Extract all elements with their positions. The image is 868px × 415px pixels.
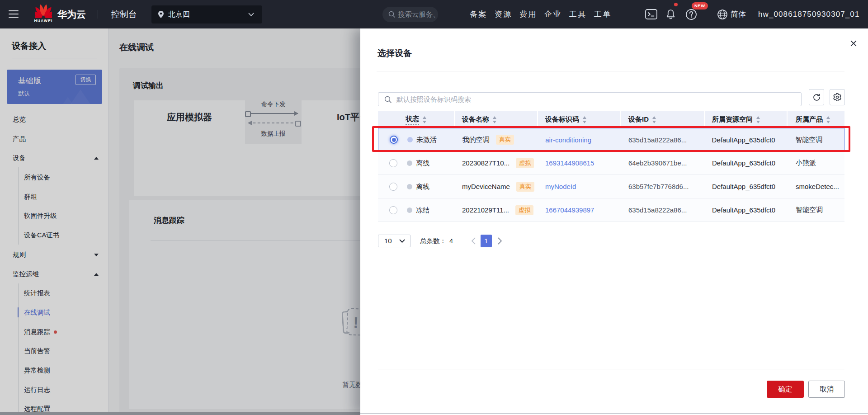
topbar-menu: 备案 资源 费用 企业 工具 工单 <box>470 0 619 28</box>
table-row[interactable]: 离线 myDeviceName真实 myNodeId 63b57fe7b7768… <box>378 175 844 198</box>
column-header-node-id[interactable]: 设备标识码 <box>538 111 621 128</box>
pagination: 10 总条数：4 1 <box>378 235 844 248</box>
topbar-divider <box>752 10 752 19</box>
resource-space: DefaultApp_635dfct0 <box>712 159 775 167</box>
select-device-drawer: 选择设备 状态 设备名称 设备标识码 <box>360 28 868 415</box>
footer-divider <box>378 369 844 369</box>
refresh-icon <box>812 93 821 102</box>
sort-icon[interactable] <box>493 116 497 123</box>
brand-name[interactable]: 华为云 <box>57 0 86 28</box>
menu-item-enterprise[interactable]: 企业 <box>544 9 562 19</box>
page-size-select[interactable]: 10 <box>378 235 410 247</box>
account-name[interactable]: hw_008618750930307_01 <box>758 0 859 28</box>
product-name: smokeDetec... <box>796 183 839 190</box>
node-id-link[interactable]: air-conditioning <box>545 136 591 144</box>
topbar: HUAWEI 华为云 控制台 北京四 备案 资源 费用 企业 工具 <box>0 0 868 28</box>
menu-item-beian[interactable]: 备案 <box>470 9 487 19</box>
status-dot <box>407 137 413 142</box>
radio-unselected[interactable] <box>389 183 397 191</box>
table-row[interactable]: 离线 20230827T10...虚拟 1693144908615 64eb2b… <box>378 151 844 175</box>
resource-space: DefaultApp_635dfct0 <box>712 136 775 144</box>
device-name: 20221029T11... <box>462 206 509 214</box>
settings-button[interactable] <box>830 89 845 105</box>
product-name: 智能空调 <box>796 206 823 214</box>
topbar-search-input[interactable] <box>398 7 438 22</box>
menu-item-billing[interactable]: 费用 <box>519 9 537 19</box>
close-icon[interactable] <box>849 39 858 48</box>
radio-unselected[interactable] <box>389 206 397 214</box>
drawer-bottom-line <box>360 413 868 414</box>
radio-selected[interactable] <box>390 136 398 144</box>
region-selector[interactable]: 北京四 <box>151 5 262 24</box>
huawei-logo[interactable]: HUAWEI <box>33 4 54 23</box>
previous-page-icon[interactable] <box>471 237 476 245</box>
device-status: 离线 <box>416 175 429 198</box>
region-label: 北京四 <box>168 5 190 24</box>
column-header-product[interactable]: 所属产品 <box>788 111 844 128</box>
language-label[interactable]: 简体 <box>731 0 746 28</box>
device-id: 63b57fe7b7768d6... <box>628 183 689 190</box>
product-name: 智能空调 <box>795 136 822 144</box>
device-status: 冻结 <box>416 198 429 222</box>
node-id-link[interactable]: 1693144908615 <box>545 159 594 167</box>
search-icon <box>384 96 392 104</box>
sort-icon[interactable] <box>583 116 587 123</box>
table-row[interactable]: 未激活 我的空调真实 air-conditioning 635d15a8222a… <box>378 128 844 151</box>
drawer-title-divider <box>377 71 844 71</box>
device-type-tag: 真实 <box>496 135 514 145</box>
next-page-icon[interactable] <box>498 237 502 245</box>
device-status: 未激活 <box>416 128 437 151</box>
device-search-box[interactable] <box>378 92 802 106</box>
total-count: 总条数：4 <box>420 235 453 247</box>
status-dot <box>407 184 412 189</box>
cli-terminal-icon[interactable] <box>645 0 657 28</box>
hamburger-menu-icon[interactable] <box>9 10 19 18</box>
device-type-tag: 虚拟 <box>515 205 533 215</box>
menu-item-resources[interactable]: 资源 <box>495 9 512 19</box>
column-header-resource-space[interactable]: 所属资源空间 <box>705 111 788 128</box>
new-badge: NEW <box>692 2 708 9</box>
current-page[interactable]: 1 <box>481 235 492 247</box>
node-id-link[interactable]: 1667044939897 <box>545 206 594 214</box>
drawer-title: 选择设备 <box>377 47 412 59</box>
status-dot <box>407 160 412 166</box>
node-id-link[interactable]: myNodeId <box>545 183 576 190</box>
table-row[interactable]: 冻结 20221029T11...虚拟 1667044939897 635d15… <box>378 198 844 222</box>
menu-item-tools[interactable]: 工具 <box>569 9 587 19</box>
huawei-wordmark: HUAWEI <box>33 19 54 23</box>
radio-unselected[interactable] <box>389 159 397 167</box>
huawei-flower-icon <box>35 4 52 18</box>
language-globe-icon[interactable] <box>717 0 728 28</box>
device-search-input[interactable] <box>396 93 794 106</box>
device-id: 64eb2b390671be... <box>628 159 687 167</box>
status-dot <box>407 208 412 213</box>
chevron-down-icon <box>399 239 405 243</box>
resource-space: DefaultApp_635dfct0 <box>712 183 775 190</box>
device-type-tag: 真实 <box>516 182 534 192</box>
confirm-button[interactable]: 确定 <box>767 381 804 398</box>
sort-icon[interactable] <box>652 116 656 123</box>
table-header-row: 状态 设备名称 设备标识码 设备ID 所属资源空间 所属产品 <box>378 111 844 128</box>
device-id: 635d15a8222a86... <box>628 206 687 214</box>
device-id: 635d15a8222a86... <box>628 136 687 144</box>
sort-icon[interactable] <box>826 116 830 123</box>
sort-icon[interactable] <box>423 116 427 123</box>
product-name: 小熊派 <box>796 159 816 167</box>
refresh-button[interactable] <box>809 89 824 105</box>
topbar-divider <box>98 10 98 19</box>
column-header-device-id[interactable]: 设备ID <box>621 111 705 128</box>
console-link[interactable]: 控制台 <box>111 0 137 28</box>
cancel-button[interactable]: 取消 <box>808 381 845 398</box>
device-name: 20230827T10... <box>462 159 509 167</box>
search-icon <box>388 11 396 18</box>
device-name: 我的空调 <box>462 136 490 144</box>
menu-item-ticket[interactable]: 工单 <box>594 9 612 19</box>
column-header-device-name[interactable]: 设备名称 <box>455 111 538 128</box>
gear-icon <box>833 93 842 102</box>
sort-icon[interactable] <box>756 116 760 123</box>
resource-space: DefaultApp_635dfct0 <box>712 206 775 214</box>
device-table: 状态 设备名称 设备标识码 设备ID 所属资源空间 所属产品 未激活 我的空调真… <box>378 111 844 222</box>
column-header-status[interactable]: 状态 <box>378 111 455 128</box>
topbar-search[interactable] <box>382 7 438 22</box>
device-name: myDeviceName <box>462 183 510 190</box>
